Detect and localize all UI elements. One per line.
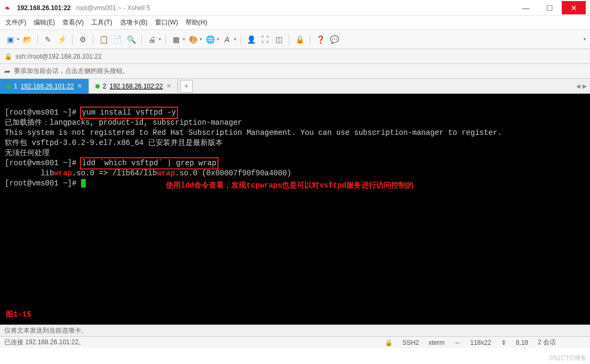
lock-small-icon: 🔒 xyxy=(4,53,12,60)
tab-close-icon[interactable]: ✕ xyxy=(166,83,171,90)
terminal-line: This system is not registered to Red Hat… xyxy=(5,128,502,137)
help-icon[interactable]: ❓ xyxy=(314,34,326,45)
watermark: ©51CTO博客 xyxy=(549,354,587,363)
toolbar-overflow-icon[interactable]: ▾ xyxy=(584,37,586,42)
layout-icon[interactable]: ▦ xyxy=(170,34,182,45)
highlighted-command-1: yum install vsftpd -y xyxy=(81,108,177,118)
session-count: 2 会话 xyxy=(538,338,556,347)
encoding-icon[interactable]: 🌐 xyxy=(204,34,216,45)
tab-close-icon[interactable]: ✕ xyxy=(77,83,82,90)
grep-match: wrap xyxy=(54,169,72,177)
tab-nav: ◀ ▶ xyxy=(576,83,587,89)
pos-icon: ⇕ xyxy=(501,339,506,346)
tab-prev-icon[interactable]: ◀ xyxy=(576,83,580,89)
separator xyxy=(289,34,289,45)
title-subtitle: root@vms001:~ - Xshell 5 xyxy=(76,4,150,12)
hint-bar: ➦ 要添加当前会话，点击左侧的箭头按钮。 xyxy=(0,64,590,79)
tab-index: 2 xyxy=(103,83,107,90)
color-icon[interactable]: 🎨 xyxy=(187,34,199,45)
address-bar: 🔒 ssh://root@192.168.26.101:22 xyxy=(0,49,590,64)
terminal-size: 118x22 xyxy=(470,339,491,346)
separator xyxy=(310,34,310,45)
hint-text: 要添加当前会话，点击左侧的箭头按钮。 xyxy=(14,67,129,76)
window-controls: — ☐ ✕ xyxy=(514,1,586,14)
new-session-icon[interactable]: ▣ xyxy=(4,34,16,45)
terminal-output-b: .so.0 => /lib64/lib xyxy=(72,169,157,177)
separator xyxy=(240,34,241,45)
grep-match: wrap xyxy=(157,169,175,177)
menu-edit[interactable]: 编辑(E) xyxy=(34,18,55,27)
terminal-line: 软件包 vsftpd-3.0.2-9.el7.x86_64 已安装并且是最新版本 xyxy=(5,139,223,147)
menu-window[interactable]: 窗口(W) xyxy=(155,18,178,27)
cursor-position: 8,18 xyxy=(516,339,528,346)
terminal-line: 无须任何处理 xyxy=(5,149,50,157)
status-lock-icon: 🔒 xyxy=(385,339,393,346)
menu-file[interactable]: 文件(F) xyxy=(5,18,26,27)
separator xyxy=(141,34,142,45)
terminal-output-a: lib xyxy=(5,169,54,177)
annotation-text: 使用ldd命令查看，发现tcpwraps也是可以对vsftpd服务进行访问控制的 xyxy=(166,181,414,191)
menu-tools[interactable]: 工具(T) xyxy=(91,18,112,27)
prompt: [root@vms001 ~]# xyxy=(5,159,81,167)
tab-bar: 1 192.168.26.101:22 ✕ 2 192.168.26.102:2… xyxy=(0,79,590,94)
font-icon[interactable]: A xyxy=(221,34,233,45)
input-hint-text: 仅将文本发送到当前选项卡。 xyxy=(4,326,87,335)
terminal-pane[interactable]: [root@vms001 ~]# yum install vsftpd -y 已… xyxy=(0,94,590,325)
title-ip: 192.168.26.101:22 xyxy=(17,4,71,12)
minimize-button[interactable]: — xyxy=(514,1,538,14)
menu-help[interactable]: 帮助(H) xyxy=(185,18,207,27)
transparent-icon[interactable]: ◫ xyxy=(273,34,285,45)
input-hint-bar: 仅将文本发送到当前选项卡。 xyxy=(0,325,590,336)
size-icon: ↔ xyxy=(454,339,460,346)
terminal-line: 已加载插件：langpacks, product-id, subscriptio… xyxy=(5,118,242,127)
status-dot-icon xyxy=(95,84,100,88)
title-bar: ❧ 192.168.26.101:22 root@vms001:~ - Xshe… xyxy=(0,0,590,16)
fullscreen-icon[interactable]: ⛶ xyxy=(259,34,271,45)
chat-icon[interactable]: 💬 xyxy=(328,34,340,45)
open-icon[interactable]: 📂 xyxy=(21,34,33,45)
protocol-label: SSH2 xyxy=(402,339,419,346)
disconnect-icon[interactable]: ⚡ xyxy=(56,34,68,45)
session-tab-2[interactable]: 2 192.168.26.102:22 ✕ xyxy=(89,79,178,94)
tab-next-icon[interactable]: ▶ xyxy=(583,83,587,89)
print-icon[interactable]: 🖨 xyxy=(146,34,158,45)
separator xyxy=(93,34,93,45)
add-session-arrow-icon[interactable]: ➦ xyxy=(4,67,11,76)
tab-index: 1 xyxy=(14,83,18,90)
highlighted-command-2: ldd `which vsftpd` | grep wrap xyxy=(81,158,217,168)
find-icon[interactable]: 🔍 xyxy=(125,34,137,45)
user-icon[interactable]: 👤 xyxy=(245,34,257,45)
separator xyxy=(165,34,166,45)
prompt: [root@vms001 ~]# xyxy=(5,179,81,188)
reconnect-icon[interactable]: ✎ xyxy=(42,34,54,45)
separator xyxy=(37,34,38,45)
tab-label: 192.168.26.102:22 xyxy=(109,83,163,90)
terminal-output-c: .so.0 (0x00007f90f90a4000) xyxy=(175,169,291,177)
cursor xyxy=(81,179,86,188)
tab-label: 192.168.26.101:22 xyxy=(21,83,74,90)
term-type-label: xterm xyxy=(429,339,444,346)
status-dot-icon xyxy=(6,84,11,88)
paste-icon[interactable]: 📄 xyxy=(111,34,123,45)
close-button[interactable]: ✕ xyxy=(562,1,586,14)
connection-status: 已连接 192.168.26.101:22。 xyxy=(4,338,85,347)
separator xyxy=(72,34,72,45)
xshell-app-icon: ❧ xyxy=(4,4,13,12)
session-tab-1[interactable]: 1 192.168.26.101:22 ✕ xyxy=(0,79,89,94)
prompt: [root@vms001 ~]# xyxy=(5,108,81,117)
menu-bar: 文件(F) 编辑(E) 查看(V) 工具(T) 选项卡(B) 窗口(W) 帮助(… xyxy=(0,16,590,30)
new-tab-button[interactable]: + xyxy=(180,80,193,93)
menu-tabs[interactable]: 选项卡(B) xyxy=(120,18,148,27)
properties-icon[interactable]: ⚙ xyxy=(77,34,88,45)
toolbar: ▣▾ 📂 ✎ ⚡ ⚙ 📋 📄 🔍 🖨▾ ▦▾ 🎨▾ 🌐▾ A▾ 👤 ⛶ ◫ 🔒 … xyxy=(0,30,590,49)
maximize-button[interactable]: ☐ xyxy=(538,1,562,14)
menu-view[interactable]: 查看(V) xyxy=(62,18,84,27)
copy-icon[interactable]: 📋 xyxy=(98,34,109,45)
status-bar: 已连接 192.168.26.101:22。 🔒 SSH2 xterm ↔ 11… xyxy=(0,336,590,348)
address-url[interactable]: ssh://root@192.168.26.101:22 xyxy=(15,53,102,60)
figure-label: 图1-15 xyxy=(6,310,31,320)
lock-icon[interactable]: 🔒 xyxy=(294,34,305,45)
